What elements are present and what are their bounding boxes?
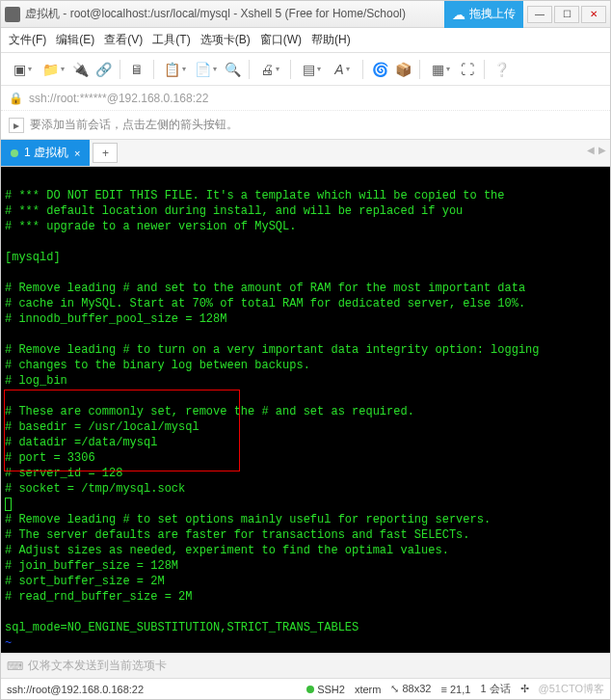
tab-prev[interactable]: ◀ <box>587 145 595 155</box>
paste-button[interactable]: 📄▾ <box>192 60 219 79</box>
disconnect-button[interactable]: 🔗 <box>93 60 113 79</box>
term-line: # changes to the binary log between back… <box>5 359 310 372</box>
window-title: 虚拟机 - root@localhost:/usr/local/mysql - … <box>25 6 440 22</box>
watermark: @51CTO博客 <box>539 682 604 696</box>
term-line: # join_buffer_size = 128M <box>5 559 178 573</box>
term-tilde: ~ <box>5 636 12 650</box>
find-button[interactable]: 🔍 <box>223 60 242 79</box>
term-line: # The server defaults are faster for tra… <box>5 528 469 542</box>
upload-badge[interactable]: ☁ 拖拽上传 <box>444 1 523 28</box>
tab-close-icon[interactable]: × <box>74 148 80 159</box>
lock-icon: 🔒 <box>9 92 23 105</box>
separator <box>249 60 250 79</box>
separator <box>419 60 420 79</box>
upload-label: 拖拽上传 <box>469 6 516 22</box>
cursor <box>5 498 12 511</box>
status-arrows: ✢ <box>520 683 529 695</box>
font-button[interactable]: A▾ <box>329 60 356 79</box>
status-pos: ≡ 21,1 <box>440 684 470 695</box>
cloud-icon: ☁ <box>452 7 465 22</box>
term-tilde: ~ <box>5 652 12 653</box>
status-sessions: 1 会话 <box>480 682 510 696</box>
properties-button[interactable]: 🖥 <box>127 60 146 79</box>
hint-bar: ▸ 要添加当前会话，点击左侧的箭头按钮。 <box>1 111 610 140</box>
copy-button[interactable]: 📋▾ <box>161 60 188 79</box>
separator <box>290 60 291 79</box>
separator <box>120 60 120 79</box>
menu-tabs[interactable]: 选项卡(B) <box>200 32 251 48</box>
status-size: ⤡ 88x32 <box>390 683 431 695</box>
address-bar[interactable]: 🔒 ssh://root:******@192.168.0.168:22 <box>1 86 610 111</box>
open-button[interactable]: 📁▾ <box>40 60 66 79</box>
color-button[interactable]: ▤▾ <box>298 60 325 79</box>
reconnect-button[interactable]: 🔌 <box>70 60 90 79</box>
layout-button[interactable]: ▦▾ <box>427 60 454 79</box>
help-button[interactable]: ❔ <box>491 60 511 79</box>
print-button[interactable]: 🖨▾ <box>256 60 283 79</box>
terminal[interactable]: # *** DO NOT EDIT THIS FILE. It's a temp… <box>1 167 610 653</box>
separator <box>484 60 485 79</box>
new-tab-button[interactable]: + <box>93 143 118 163</box>
term-line: # log_bin <box>5 374 67 388</box>
app-icon <box>5 7 20 22</box>
menu-file[interactable]: 文件(F) <box>9 32 46 48</box>
menu-view[interactable]: 查看(V) <box>104 32 143 48</box>
menu-tools[interactable]: 工具(T) <box>152 32 190 48</box>
add-session-arrow[interactable]: ▸ <box>9 118 24 133</box>
title-bar: 虚拟机 - root@localhost:/usr/local/mysql - … <box>1 1 610 28</box>
window-buttons: — ☐ ✕ <box>527 6 606 23</box>
hint-text: 要添加当前会话，点击左侧的箭头按钮。 <box>30 117 238 133</box>
maximize-button[interactable]: ☐ <box>554 6 579 23</box>
term-line: # socket = /tmp/mysql.sock <box>5 482 185 496</box>
tab-next[interactable]: ▶ <box>598 145 606 155</box>
send-icon: ⌨ <box>7 660 23 673</box>
address-text: ssh://root:******@192.168.0.168:22 <box>29 92 208 105</box>
menu-bar: 文件(F) 编辑(E) 查看(V) 工具(T) 选项卡(B) 窗口(W) 帮助(… <box>1 28 610 53</box>
status-protocol: SSH2 <box>306 684 345 695</box>
toolbar: ▣▾ 📁▾ 🔌 🔗 🖥 📋▾ 📄▾ 🔍 🖨▾ ▤▾ A▾ 🌀 📦 ▦▾ ⛶ ❔ <box>1 53 610 86</box>
term-line: # innodb_buffer_pool_size = 128M <box>5 312 226 326</box>
fullscreen-button[interactable]: ⛶ <box>458 60 477 79</box>
separator <box>362 60 363 79</box>
status-bar: ssh://root@192.168.0.168:22 SSH2 xterm ⤡… <box>1 678 610 699</box>
send-placeholder: 仅将文本发送到当前选项卡 <box>28 658 167 674</box>
new-session-button[interactable]: ▣▾ <box>9 60 36 79</box>
transfer-button[interactable]: 📦 <box>393 60 412 79</box>
term-line: # cache in MySQL. Start at 70% of total … <box>5 297 525 310</box>
status-connection: ssh://root@192.168.0.168:22 <box>7 684 144 695</box>
minimize-button[interactable]: — <box>527 6 552 23</box>
status-term: xterm <box>355 684 382 695</box>
term-line: sql_mode=NO_ENGINE_SUBSTITUTION,STRICT_T… <box>5 621 359 634</box>
term-line: # read_rnd_buffer_size = 2M <box>5 590 192 604</box>
status-dot-icon <box>306 686 314 693</box>
tab-nav: ◀ ▶ <box>587 145 606 155</box>
term-line: # *** default location during install, a… <box>5 204 463 218</box>
tab-active[interactable]: 1 虚拟机 × <box>1 140 90 166</box>
tab-bar: 1 虚拟机 × + ◀ ▶ <box>1 140 610 167</box>
term-line: # Remove leading # to set options mainly… <box>5 513 491 526</box>
status-dot-icon <box>11 149 18 157</box>
term-line: # *** upgrade to a newer version of MySQ… <box>5 220 296 233</box>
menu-edit[interactable]: 编辑(E) <box>56 32 94 48</box>
script-button[interactable]: 🌀 <box>370 60 389 79</box>
term-line: # sort_buffer_size = 2M <box>5 575 165 588</box>
term-line: # Remove leading # to turn on a very imp… <box>5 343 540 357</box>
highlight-box <box>4 390 240 471</box>
term-line: [mysqld] <box>5 251 61 264</box>
term-line: # *** DO NOT EDIT THIS FILE. It's a temp… <box>5 189 504 202</box>
term-line: # Remove leading # and set to the amount… <box>5 282 525 295</box>
term-line: # Adjust sizes as needed, experiment to … <box>5 544 449 557</box>
tab-label: 1 虚拟机 <box>24 145 68 161</box>
close-button[interactable]: ✕ <box>581 6 606 23</box>
send-bar[interactable]: ⌨ 仅将文本发送到当前选项卡 <box>1 653 610 678</box>
menu-window[interactable]: 窗口(W) <box>260 32 302 48</box>
menu-help[interactable]: 帮助(H) <box>311 32 351 48</box>
separator <box>153 60 154 79</box>
